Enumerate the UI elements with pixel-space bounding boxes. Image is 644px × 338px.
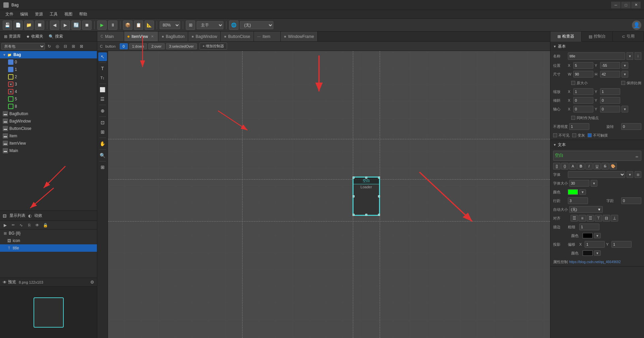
align-center[interactable]: ≡	[579, 215, 586, 222]
shadow-x-input[interactable]	[585, 241, 605, 248]
assets-locate[interactable]: ◎	[54, 43, 61, 50]
pivot-y-input[interactable]	[600, 106, 620, 112]
tool-component[interactable]: ⊕	[98, 106, 107, 115]
platform-select[interactable]: (无)	[240, 21, 273, 29]
toolbar-forward[interactable]: ▶	[61, 20, 70, 30]
align-vbottom[interactable]: ⊥	[611, 215, 618, 222]
size-dropdown[interactable]: ▼	[622, 71, 628, 78]
dl-lock-btn[interactable]: 🔒	[42, 222, 49, 229]
font-select[interactable]	[568, 171, 625, 178]
dl-action-edit3[interactable]: •	[83, 245, 88, 251]
package-select[interactable]: 所有包	[1, 43, 45, 50]
handle-br[interactable]	[378, 214, 380, 216]
close-button[interactable]: ✕	[631, 2, 641, 8]
menu-help[interactable]: 帮助	[76, 11, 90, 18]
toolbar-preview[interactable]: 📦	[123, 20, 132, 30]
tab-windowframe[interactable]: ■ WindowFrame	[281, 32, 318, 42]
tree-item-8[interactable]: 8	[0, 103, 97, 110]
skew-x-input[interactable]	[573, 97, 593, 104]
alpha-input[interactable]	[569, 123, 589, 130]
align-right[interactable]: ☰	[587, 215, 594, 222]
inspector-tab-inspector[interactable]: ⊞ 检查器	[550, 32, 582, 42]
state-btn-0[interactable]: 0	[120, 43, 128, 49]
toolbar-refresh[interactable]: 🔄	[71, 20, 81, 30]
minimize-button[interactable]: ─	[611, 2, 621, 8]
dl-item-icon[interactable]: 🖼 icon • •	[0, 237, 97, 244]
handle-lm[interactable]	[353, 195, 355, 197]
state-btn-1[interactable]: 1:down	[129, 43, 147, 49]
tab-bagwindow[interactable]: ■ BagWindow	[188, 32, 221, 42]
tree-item-bag[interactable]: ▼ 📁 Bag	[0, 51, 97, 58]
tree-item-bagbutton[interactable]: ▬ BagButton	[0, 110, 97, 117]
fontsize-input[interactable]	[569, 180, 589, 187]
tool-text[interactable]: T	[98, 64, 107, 73]
dl-edit-btn[interactable]: ✏	[9, 222, 17, 229]
keep-ratio-checkbox[interactable]	[621, 81, 625, 85]
assets-layout1[interactable]: ⊟	[62, 43, 69, 50]
rotation-input[interactable]	[621, 123, 641, 130]
original-size-checkbox[interactable]	[571, 81, 575, 85]
tool-crop[interactable]: ⊡	[98, 118, 107, 127]
tree-item-4[interactable]: ✕ 4	[0, 88, 97, 95]
pivot-dropdown[interactable]: ▼	[622, 106, 628, 112]
add-controller-button[interactable]: + 增加控制器	[200, 43, 227, 50]
inspector-tab-console[interactable]: ▤ 控制台	[582, 32, 613, 42]
toolbar-align[interactable]: 📐	[145, 20, 154, 30]
canvas-area[interactable]: 空白 Loader	[108, 51, 550, 338]
menu-edit[interactable]: 编辑	[17, 11, 31, 18]
shadow-color-dropdown[interactable]: ▼	[594, 250, 601, 256]
attr-ctrl-link[interactable]: https://blog.csdn.net/qq_46649692	[569, 260, 641, 264]
dl-item-title[interactable]: T title • •	[0, 244, 97, 252]
tree-item-3[interactable]: ✕ 3	[0, 81, 97, 88]
fmt-italic[interactable]: I	[585, 163, 593, 170]
tree-item-0[interactable]: 0	[0, 58, 97, 66]
toolbar-new[interactable]: 📄	[13, 20, 23, 30]
tool-resize[interactable]: ⊞	[98, 128, 107, 136]
linegap-input[interactable]	[568, 197, 588, 204]
size-w-input[interactable]	[573, 71, 593, 78]
tab-itemview[interactable]: ItemView ✕	[124, 32, 158, 42]
notouch-checkbox[interactable]	[588, 133, 592, 137]
tree-item-item[interactable]: ▬ Item	[0, 132, 97, 140]
tree-item-1[interactable]: 1	[0, 66, 97, 73]
toolbar-pause[interactable]: ⏸	[108, 20, 117, 30]
shadow-color-swatch[interactable]	[583, 250, 593, 256]
assets-tab-favorites[interactable]: ★ 收藏夹	[25, 33, 45, 40]
dl-action-more3[interactable]: •	[89, 245, 94, 251]
preview-gear-icon[interactable]: ⚙	[90, 280, 94, 285]
assets-tab-library[interactable]: ⊞ 资源库	[3, 33, 22, 40]
animation-tab[interactable]: 动效	[34, 213, 42, 219]
dl-eye-btn[interactable]: 👁	[34, 222, 41, 229]
dl-action-more2[interactable]: •	[89, 238, 94, 243]
tab-close-itemview[interactable]: ✕	[150, 34, 155, 39]
toolbar-import[interactable]: 📋	[134, 20, 143, 30]
dl-play-btn[interactable]: ▶	[1, 222, 9, 229]
dl-item-bg[interactable]: ⊞ BG {8} • •	[0, 230, 97, 237]
tab-buttonclose[interactable]: ■ ButtonClose	[221, 32, 254, 42]
shadow-y-input[interactable]	[611, 241, 632, 248]
name-input[interactable]	[568, 52, 625, 60]
tool-zoom[interactable]: 🔍	[98, 151, 107, 160]
invisible-checkbox[interactable]	[553, 133, 557, 137]
menu-assets[interactable]: 资源	[32, 11, 46, 18]
name-dropdown[interactable]: ▼	[627, 52, 633, 60]
basic-section-header[interactable]: ▼ 基本	[550, 42, 644, 51]
scale-y-input[interactable]	[600, 88, 620, 95]
toolbar-save[interactable]: 💾	[3, 20, 12, 30]
tool-rect[interactable]: ⬜	[98, 85, 107, 94]
chargap-input[interactable]	[621, 197, 641, 204]
toolbar-globe[interactable]: 🌐	[229, 20, 238, 30]
skew-y-input[interactable]	[600, 97, 620, 104]
color-dropdown[interactable]: ▼	[579, 189, 586, 195]
dl-curve-btn[interactable]: ∿	[17, 222, 25, 229]
tool-list[interactable]: ☰	[98, 95, 107, 103]
text-edit-icon[interactable]: ✏	[636, 155, 640, 160]
tree-item-2[interactable]: 2	[0, 73, 97, 81]
assets-refresh[interactable]: ↻	[46, 43, 53, 50]
user-avatar[interactable]: 👤	[632, 20, 641, 30]
branch-select[interactable]: 主干	[197, 21, 223, 29]
tool-hand[interactable]: ✋	[98, 139, 107, 148]
name-info[interactable]: i	[635, 52, 641, 60]
inspector-tab-ref[interactable]: ⊂ 引用	[613, 32, 644, 42]
text-content-box[interactable]: 空白 ✏	[553, 151, 641, 161]
